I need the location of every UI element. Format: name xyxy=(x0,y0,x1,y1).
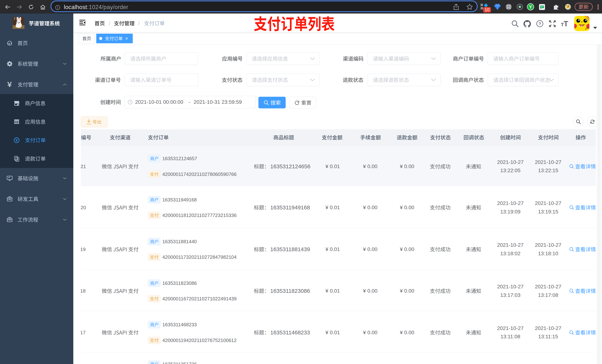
svg-text:Y: Y xyxy=(529,4,532,10)
svg-text:T: T xyxy=(564,20,568,27)
svg-text:T: T xyxy=(561,22,564,27)
svg-text:?: ? xyxy=(538,21,541,26)
svg-text:10: 10 xyxy=(485,7,490,12)
